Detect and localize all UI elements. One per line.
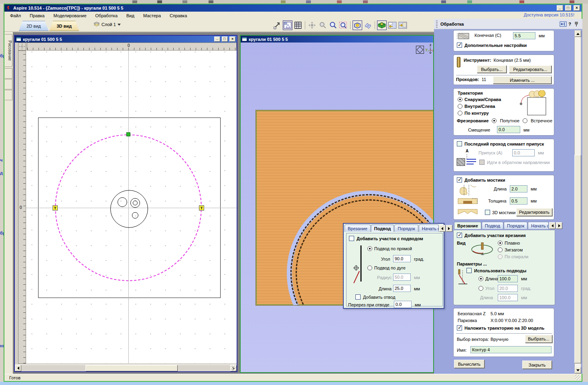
last-pass-checkbox[interactable] xyxy=(457,141,462,146)
menu-view[interactable]: Вид xyxy=(126,13,134,18)
offset-input[interactable] xyxy=(497,126,520,133)
toolpath-name-input[interactable] xyxy=(470,346,552,353)
dialog-tabs-scroll-left[interactable] xyxy=(439,225,446,232)
climb-radio[interactable] xyxy=(492,118,497,123)
menu-file[interactable]: Файл xyxy=(10,13,21,18)
conventional-radio[interactable] xyxy=(523,118,527,123)
zoom-selection-icon[interactable] xyxy=(339,20,348,30)
pan-icon[interactable] xyxy=(307,20,317,30)
bridges-3d-checkbox[interactable] xyxy=(485,210,490,215)
viewport-3d[interactable]: z y x xyxy=(241,43,433,372)
advanced-settings-checkbox[interactable] xyxy=(457,43,462,48)
vector-circle-small-4[interactable] xyxy=(132,212,138,219)
close-panel-button[interactable]: Закрыть xyxy=(522,361,552,369)
dialog-tab-start-at[interactable]: Начать с xyxy=(419,225,439,232)
calculate-button[interactable]: Вычислить xyxy=(454,360,485,368)
tab-lead[interactable]: Подвод xyxy=(482,222,503,229)
ramp-length-input[interactable] xyxy=(498,275,518,282)
zoom-previous-icon[interactable] xyxy=(318,20,327,30)
close-button[interactable] xyxy=(229,36,235,42)
tab-ramp[interactable]: Врезание xyxy=(454,222,481,229)
tabs-scroll-right[interactable] xyxy=(556,222,562,229)
add-bridges-checkbox[interactable] xyxy=(457,177,462,182)
resize-grip[interactable] xyxy=(231,365,236,371)
tool-edit-button[interactable]: Редактировать... xyxy=(509,65,552,73)
scroll-down-button[interactable] xyxy=(575,367,581,373)
vector-select-button[interactable]: Выбрать... xyxy=(525,335,552,343)
canvas-2d[interactable]: T T xyxy=(26,51,237,363)
lead-radius-input[interactable] xyxy=(393,274,411,281)
reverse-direction-checkbox[interactable] xyxy=(479,160,485,165)
allowance-input[interactable] xyxy=(512,149,535,156)
smooth-radio[interactable] xyxy=(498,241,503,245)
window-3d-titlebar[interactable]: кругали 01 500 5 5 xyxy=(241,36,433,43)
tool-select-button[interactable]: Выбрать... xyxy=(477,65,507,73)
scroll-up-button[interactable] xyxy=(575,30,581,37)
project-toolpath-checkbox[interactable] xyxy=(457,325,462,330)
close-button[interactable] xyxy=(574,5,580,11)
minimize-button[interactable] xyxy=(557,5,563,11)
ramp-angle-radio[interactable] xyxy=(479,286,483,291)
menu-toolpaths[interactable]: Обработка xyxy=(95,13,118,18)
window-resize-grip[interactable] xyxy=(575,375,580,380)
menu-modeling[interactable]: Моделирование xyxy=(53,13,86,18)
tab-handle-right[interactable]: T xyxy=(199,205,204,211)
add-lead-out-checkbox[interactable] xyxy=(355,294,361,300)
zoom-icon[interactable] xyxy=(328,20,338,30)
minimize-button[interactable] xyxy=(214,36,220,42)
menu-gadgets[interactable]: Мастера xyxy=(143,13,161,18)
add-lead-checkbox[interactable] xyxy=(349,236,354,241)
bridge-thickness-input[interactable] xyxy=(510,197,527,205)
bridge-length-input[interactable] xyxy=(510,185,527,192)
sidebar-tab-blank[interactable] xyxy=(5,68,12,79)
ramp-length2-input[interactable] xyxy=(498,294,518,301)
rotation-handle[interactable] xyxy=(126,132,130,136)
inside-radio[interactable] xyxy=(458,104,462,109)
scroll-thumb[interactable] xyxy=(574,155,581,363)
help-icon[interactable]: ? xyxy=(568,22,571,26)
tab-order[interactable]: Порядок xyxy=(504,222,527,229)
drag-handle-icon[interactable] xyxy=(436,20,438,28)
dialog-tab-lead[interactable]: Подвод xyxy=(371,225,394,232)
lead-arc-radio[interactable] xyxy=(367,265,372,270)
sidebar-tab-blank[interactable] xyxy=(5,90,12,100)
zigzag-radio[interactable] xyxy=(498,247,503,252)
final-depth-input[interactable] xyxy=(513,32,535,39)
bridges-edit-button[interactable]: Редактировать xyxy=(516,208,552,216)
dialog-tab-ramp[interactable]: Врезание xyxy=(345,225,371,232)
pin-icon[interactable] xyxy=(574,21,578,27)
vector-circle-small-1[interactable] xyxy=(118,197,127,207)
update-notice-link[interactable]: Доступна версия 10.515! xyxy=(524,12,574,17)
tab-2d-view[interactable]: 2D вид xyxy=(19,21,49,31)
sidebar-tab-blank[interactable] xyxy=(5,79,12,89)
ramp-angle-input[interactable] xyxy=(498,285,518,292)
switch-view-icon[interactable] xyxy=(353,20,362,30)
layout-right-icon[interactable] xyxy=(398,20,408,30)
sidebar-tab-drawing[interactable]: Рисование xyxy=(5,34,12,67)
scroll-left-button[interactable] xyxy=(15,365,21,371)
preview-window-icon[interactable] xyxy=(283,20,292,30)
layout-left-icon[interactable] xyxy=(387,20,397,30)
tab-3d-view[interactable]: 3D вид xyxy=(49,21,79,31)
add-ramps-checkbox[interactable] xyxy=(457,233,462,238)
spiral-radio[interactable] xyxy=(498,254,503,259)
grid-icon[interactable] xyxy=(293,20,303,30)
scroll-thumb[interactable] xyxy=(85,365,178,371)
outside-radio[interactable] xyxy=(458,97,462,102)
menu-edit[interactable]: Правка xyxy=(30,13,45,18)
fit-view-icon[interactable] xyxy=(416,46,424,54)
panel-scrollbar[interactable] xyxy=(574,30,581,374)
material-icon[interactable] xyxy=(377,20,387,30)
tab-start-at[interactable]: Начать с xyxy=(528,222,549,229)
toggle-views-icon[interactable] xyxy=(363,20,373,30)
window-2d-titlebar[interactable]: кругали 01 500 5 5 xyxy=(15,36,237,43)
overcut-input[interactable] xyxy=(394,301,412,308)
lead-line-radio[interactable] xyxy=(367,246,372,251)
transform-icon[interactable] xyxy=(272,20,282,30)
dialog-tabs-scroll-right[interactable] xyxy=(446,225,452,232)
lead-length-input[interactable] xyxy=(393,285,411,292)
vector-circle-main[interactable] xyxy=(110,190,148,228)
maximize-button[interactable] xyxy=(222,36,228,42)
layer-selector[interactable]: Слой 1 xyxy=(93,22,121,27)
menu-help[interactable]: Справка xyxy=(170,13,187,18)
